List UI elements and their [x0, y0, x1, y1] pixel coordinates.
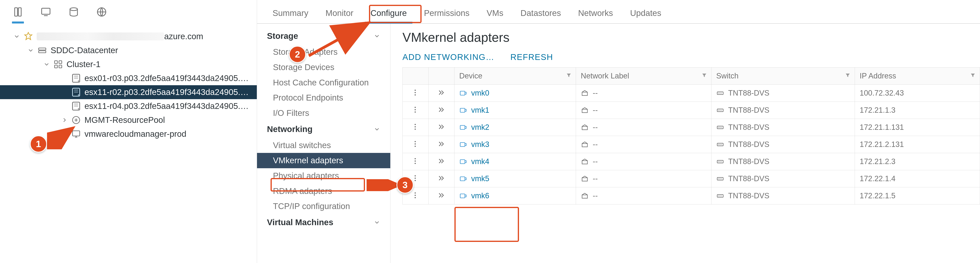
chevron-down-icon[interactable]	[12, 32, 22, 41]
table-row[interactable]: vmk4--TNT88-DVS172.21.2.3	[402, 153, 980, 170]
kebab-icon[interactable]	[411, 157, 420, 166]
cell-device[interactable]: vmk0	[455, 84, 576, 101]
col-ip[interactable]: IP Address	[855, 67, 980, 84]
tree-node-host[interactable]: esx11-r04.p03.2dfe5aa419f3443da24905.wes…	[0, 99, 257, 113]
cell-device[interactable]: vmk1	[455, 101, 576, 119]
vmknic-icon	[459, 141, 468, 149]
cell-device[interactable]: vmk6	[455, 187, 576, 204]
config-item-vmkernel-adapters[interactable]: VMkernel adapters	[257, 153, 390, 168]
col-expand	[428, 67, 455, 84]
callout-arrow-3	[367, 179, 398, 191]
filter-icon[interactable]	[970, 71, 976, 81]
add-networking-link[interactable]: ADD NETWORKING…	[402, 52, 495, 63]
tab-label: Updates	[630, 8, 661, 18]
row-expand-cell[interactable]	[428, 153, 455, 170]
kebab-icon[interactable]	[411, 89, 420, 97]
chevron-down-icon[interactable]	[42, 60, 51, 69]
tree-node-resource-pool[interactable]: MGMT-ResourcePool	[0, 113, 257, 127]
tab-updates[interactable]: Updates	[625, 4, 667, 23]
kebab-icon[interactable]	[411, 140, 420, 149]
filter-icon[interactable]	[845, 71, 851, 81]
tree-node-host-selected[interactable]: esx11-r02.p03.2dfe5aa419f3443da24905.wes…	[0, 85, 257, 99]
vmknic-icon	[459, 89, 468, 98]
config-item-host-cache[interactable]: Host Cache Configuration	[257, 75, 390, 90]
tab-vms[interactable]: VMs	[481, 4, 509, 23]
config-item-virtual-switches[interactable]: Virtual switches	[257, 138, 390, 153]
row-expand-cell[interactable]	[428, 101, 455, 119]
cell-device[interactable]: vmk2	[455, 119, 576, 136]
config-item-io-filters[interactable]: I/O Filters	[257, 106, 390, 121]
tree-node-vcenter[interactable]: azure.com	[0, 30, 257, 43]
expand-icon[interactable]	[437, 89, 446, 97]
row-actions-cell	[402, 119, 428, 136]
cell-device[interactable]: vmk5	[455, 170, 576, 187]
col-network-label[interactable]: Network Label	[576, 67, 711, 84]
expand-icon[interactable]	[437, 174, 446, 183]
refresh-link[interactable]: REFRESH	[511, 52, 553, 63]
device-name: vmk3	[471, 140, 489, 149]
datastores-icon[interactable]	[68, 6, 80, 18]
expand-icon[interactable]	[437, 106, 446, 114]
inventory-sidebar: azure.com SDDC-Datacenter Cluster-1 esx0…	[0, 0, 257, 263]
row-expand-cell[interactable]	[428, 84, 455, 101]
chevron-right-icon[interactable]	[60, 115, 69, 125]
expand-icon[interactable]	[437, 123, 446, 132]
table-row[interactable]: vmk3--TNT88-DVS172.21.2.131	[402, 136, 980, 153]
filter-icon[interactable]	[701, 71, 707, 81]
scope-active-indicator	[12, 22, 24, 24]
cell-device[interactable]: vmk3	[455, 136, 576, 153]
table-row[interactable]: vmk1--TNT88-DVS172.21.1.3	[402, 101, 980, 119]
device-name: vmk1	[471, 106, 489, 114]
tree-node-host[interactable]: esx01-r03.p03.2dfe5aa419f3443da24905.wes…	[0, 71, 257, 85]
device-name: vmk2	[471, 123, 489, 132]
tree-node-cluster[interactable]: Cluster-1	[0, 57, 257, 71]
kebab-icon[interactable]	[411, 191, 420, 200]
vmknic-icon	[459, 158, 468, 166]
config-item-tcpip-config[interactable]: TCP/IP configuration	[257, 199, 390, 214]
chevron-down-icon	[374, 126, 380, 133]
config-item-storage-devices[interactable]: Storage Devices	[257, 60, 390, 75]
portgroup-icon	[581, 175, 590, 184]
row-expand-cell[interactable]	[428, 187, 455, 204]
config-group-virtual-machines[interactable]: Virtual Machines	[257, 214, 390, 231]
expand-icon[interactable]	[437, 140, 446, 149]
table-row[interactable]: vmk6--TNT88-DVS172.22.1.5	[402, 187, 980, 204]
table-row[interactable]: vmk0--TNT88-DVS100.72.32.43	[402, 84, 980, 101]
cluster-icon	[53, 59, 64, 70]
kebab-icon[interactable]	[411, 123, 420, 132]
col-device[interactable]: Device	[455, 67, 576, 84]
switch-icon	[716, 175, 725, 184]
filter-icon[interactable]	[566, 71, 572, 81]
tab-datastores[interactable]: Datastores	[515, 4, 566, 23]
expand-icon[interactable]	[437, 157, 446, 166]
cell-ip: 172.21.1.131	[855, 119, 980, 136]
vmkernel-panel: VMkernel adapters ADD NETWORKING… REFRES…	[390, 24, 980, 263]
tab-configure[interactable]: Configure	[365, 4, 412, 23]
tree-node-datacenter[interactable]: SDDC-Datacenter	[0, 43, 257, 57]
row-expand-cell[interactable]	[428, 119, 455, 136]
tab-networks[interactable]: Networks	[573, 4, 619, 23]
cell-switch: TNT88-DVS	[711, 101, 855, 119]
col-switch[interactable]: Switch	[711, 67, 855, 84]
kebab-icon[interactable]	[411, 106, 420, 114]
th-label: Device	[459, 72, 482, 80]
tab-permissions[interactable]: Permissions	[418, 4, 475, 23]
expand-icon[interactable]	[437, 191, 446, 200]
cell-device[interactable]: vmk4	[455, 153, 576, 170]
device-name: vmk0	[471, 89, 489, 97]
chevron-down-icon[interactable]	[26, 46, 35, 55]
vmkernel-table: Device Network Label Switch IP Address v…	[402, 67, 980, 204]
cell-network-label: --	[576, 101, 711, 119]
networks-icon[interactable]	[95, 6, 108, 18]
cell-switch: TNT88-DVS	[711, 119, 855, 136]
config-item-protocol-endpoints[interactable]: Protocol Endpoints	[257, 90, 390, 106]
switch-icon	[716, 158, 725, 166]
vms-templates-icon[interactable]	[40, 6, 52, 18]
table-row[interactable]: vmk5--TNT88-DVS172.22.1.4	[402, 170, 980, 187]
table-row[interactable]: vmk2--TNT88-DVS172.21.1.131	[402, 119, 980, 136]
row-expand-cell[interactable]	[428, 170, 455, 187]
hosts-clusters-icon[interactable]	[12, 6, 24, 18]
tab-label: Permissions	[424, 8, 469, 18]
row-expand-cell[interactable]	[428, 136, 455, 153]
config-group-networking[interactable]: Networking	[257, 121, 390, 138]
